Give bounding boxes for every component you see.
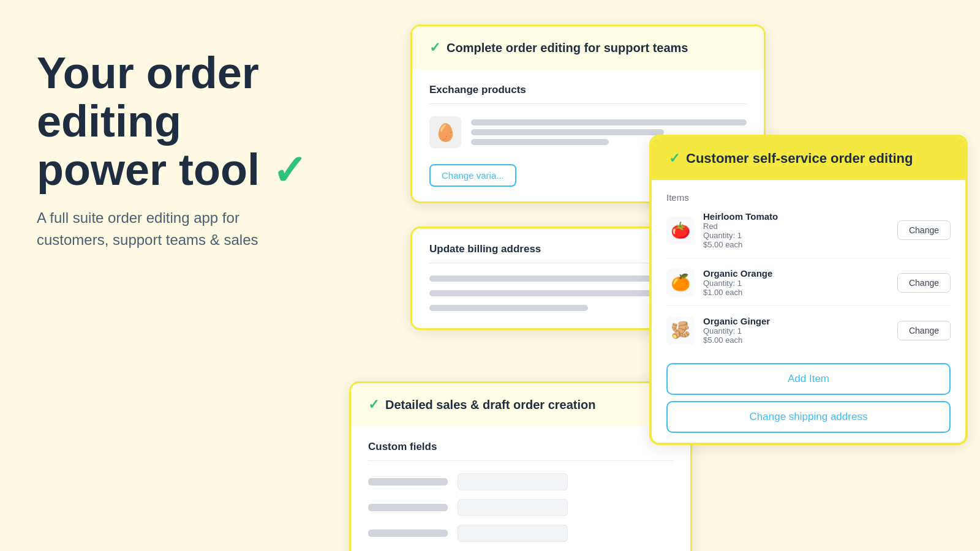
line xyxy=(471,119,747,126)
card-self-service-body: Items 🍅 Heirloom Tomato Red Quantity: 1 … xyxy=(652,180,965,443)
field-input[interactable] xyxy=(458,473,568,490)
ginger-image: 🫚 xyxy=(666,317,695,345)
line xyxy=(471,139,609,145)
product-item-tomato: 🍅 Heirloom Tomato Red Quantity: 1 $5.00 … xyxy=(666,211,951,258)
field-label xyxy=(368,504,448,511)
orange-qty: Quantity: 1 xyxy=(703,279,889,288)
cards-area: ✓ Complete order editing for support tea… xyxy=(368,0,980,551)
orange-change-button[interactable]: Change xyxy=(897,273,951,293)
hero-subtitle: A full suite order editing app forcustom… xyxy=(37,207,380,251)
tomato-name: Heirloom Tomato xyxy=(703,211,889,222)
hero-section: Your order editing power tool ✓ A full s… xyxy=(37,49,380,251)
field-row xyxy=(368,525,673,542)
orange-info: Organic Orange Quantity: 1 $1.00 each xyxy=(703,268,889,297)
orange-image: 🍊 xyxy=(666,269,695,297)
hero-title-line1: Your order xyxy=(37,48,259,97)
divider xyxy=(368,460,673,461)
card-draft-title: ✓ Detailed sales & draft order creation xyxy=(368,397,673,413)
check-icon: ✓ xyxy=(429,40,440,56)
field-row xyxy=(368,473,673,490)
orange-name: Organic Orange xyxy=(703,268,889,279)
hero-title-line3: power tool xyxy=(37,145,260,194)
hero-title-line2: editing xyxy=(37,97,181,146)
product-item-orange: 🍊 Organic Orange Quantity: 1 $1.00 each … xyxy=(666,268,951,306)
field-label xyxy=(368,530,448,537)
ginger-info: Organic Ginger Quantity: 1 $5.00 each xyxy=(703,316,889,345)
change-variant-button[interactable]: Change varia... xyxy=(429,164,516,187)
card-self-service-title: ✓ Customer self-service order editing xyxy=(669,151,948,167)
ginger-qty: Quantity: 1 xyxy=(703,326,889,335)
items-label: Items xyxy=(666,192,951,203)
line xyxy=(429,290,652,296)
tomato-change-button[interactable]: Change xyxy=(897,220,951,240)
ginger-change-button[interactable]: Change xyxy=(897,321,951,340)
custom-fields-title: Custom fields xyxy=(368,441,673,453)
product-item-ginger: 🫚 Organic Ginger Quantity: 1 $5.00 each … xyxy=(666,316,951,353)
field-input[interactable] xyxy=(458,525,568,542)
tomato-price: $5.00 each xyxy=(703,240,889,249)
card-draft-body: Custom fields xyxy=(351,426,690,551)
tomato-variant: Red xyxy=(703,222,889,231)
field-row xyxy=(368,499,673,516)
tomato-qty: Quantity: 1 xyxy=(703,231,889,240)
divider xyxy=(429,103,747,104)
add-item-button[interactable]: Add Item xyxy=(666,363,951,395)
card-self-service: ✓ Customer self-service order editing It… xyxy=(649,135,968,445)
tomato-info: Heirloom Tomato Red Quantity: 1 $5.00 ea… xyxy=(703,211,889,249)
ginger-price: $5.00 each xyxy=(703,335,889,345)
card-draft: ✓ Detailed sales & draft order creation … xyxy=(349,381,692,551)
line xyxy=(429,305,588,311)
hero-checkmark: ✓ xyxy=(272,147,307,193)
card-draft-header: ✓ Detailed sales & draft order creation xyxy=(351,383,690,426)
card-complete-order-title: ✓ Complete order editing for support tea… xyxy=(429,40,747,56)
line xyxy=(471,129,664,135)
change-shipping-button[interactable]: Change shipping address xyxy=(666,401,951,433)
card-self-service-header: ✓ Customer self-service order editing xyxy=(652,137,965,180)
product-image: 🥚 xyxy=(429,116,461,148)
ginger-name: Organic Ginger xyxy=(703,316,889,326)
exchange-products-title: Exchange products xyxy=(429,84,747,96)
card-complete-order-header: ✓ Complete order editing for support tea… xyxy=(412,26,764,69)
field-input[interactable] xyxy=(458,499,568,516)
check-icon: ✓ xyxy=(368,397,379,413)
hero-title: Your order editing power tool ✓ xyxy=(37,49,380,195)
tomato-image: 🍅 xyxy=(666,216,695,244)
orange-price: $1.00 each xyxy=(703,288,889,297)
field-label xyxy=(368,478,448,485)
check-icon: ✓ xyxy=(669,151,680,167)
